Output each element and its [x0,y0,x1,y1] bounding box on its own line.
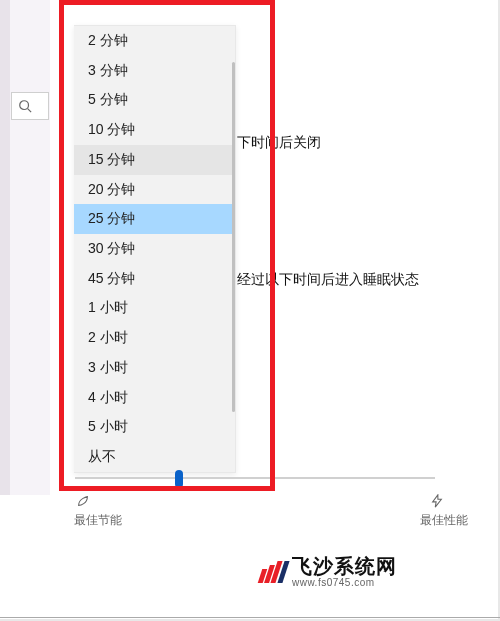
power-mode-left-label: 最佳节能 [74,512,122,529]
svg-point-0 [20,101,29,110]
search-input[interactable] [11,92,49,120]
svg-line-1 [28,109,32,113]
screen-off-label-fragment: 下时间后关闭 [237,134,321,152]
time-dropdown[interactable]: 2 分钟3 分钟5 分钟10 分钟15 分钟20 分钟25 分钟30 分钟45 … [74,25,236,473]
power-mode-slider-thumb[interactable] [175,470,183,488]
leaf-icon [76,494,90,508]
dropdown-item[interactable]: 从不 [74,442,235,472]
dropdown-item[interactable]: 30 分钟 [74,234,235,264]
dropdown-item-label: 从不 [88,448,116,466]
dropdown-item-label: 15 分钟 [88,151,135,169]
watermark-name: 飞沙系统网 [292,556,397,576]
dropdown-item[interactable]: 3 小时 [74,353,235,383]
dropdown-item-label: 45 分钟 [88,270,135,288]
dropdown-item[interactable]: 25 分钟 [74,204,235,234]
dropdown-item[interactable]: 45 分钟 [74,264,235,294]
settings-side-panel [10,0,50,495]
watermark: 飞沙系统网 www.fs0745.com [260,556,397,588]
dropdown-item-label: 4 小时 [88,389,128,407]
dropdown-item-label: 3 分钟 [88,62,128,80]
watermark-logo [260,561,286,583]
power-mode-slider-track[interactable] [75,477,435,479]
power-mode-right-label: 最佳性能 [420,512,468,529]
dropdown-item-label: 5 小时 [88,418,128,436]
dropdown-item-label: 2 分钟 [88,32,128,50]
dropdown-item[interactable]: 2 小时 [74,323,235,353]
dropdown-scrollbar[interactable] [232,62,235,412]
watermark-url: www.fs0745.com [292,578,397,588]
bottom-border-2 [0,617,500,618]
dropdown-item[interactable]: 15 分钟 [74,145,235,175]
dropdown-item-label: 2 小时 [88,329,128,347]
dropdown-item-label: 25 分钟 [88,210,135,228]
dropdown-item[interactable]: 5 小时 [74,413,235,443]
dropdown-item-label: 20 分钟 [88,181,135,199]
dropdown-item[interactable]: 4 小时 [74,383,235,413]
dropdown-item[interactable]: 20 分钟 [74,175,235,205]
dropdown-item[interactable]: 3 分钟 [74,56,235,86]
dropdown-item[interactable]: 5 分钟 [74,85,235,115]
lightning-icon [430,494,444,508]
dropdown-item[interactable]: 2 分钟 [74,26,235,56]
dropdown-item-label: 30 分钟 [88,240,135,258]
search-icon [18,99,32,113]
dropdown-item[interactable]: 10 分钟 [74,115,235,145]
sleep-after-label-fragment: 经过以下时间后进入睡眠状态 [237,271,419,289]
dropdown-item-label: 5 分钟 [88,91,128,109]
dropdown-item-label: 1 小时 [88,299,128,317]
left-edge-strip [0,0,10,495]
dropdown-item-label: 10 分钟 [88,121,135,139]
dropdown-item-label: 3 小时 [88,359,128,377]
dropdown-item[interactable]: 1 小时 [74,294,235,324]
